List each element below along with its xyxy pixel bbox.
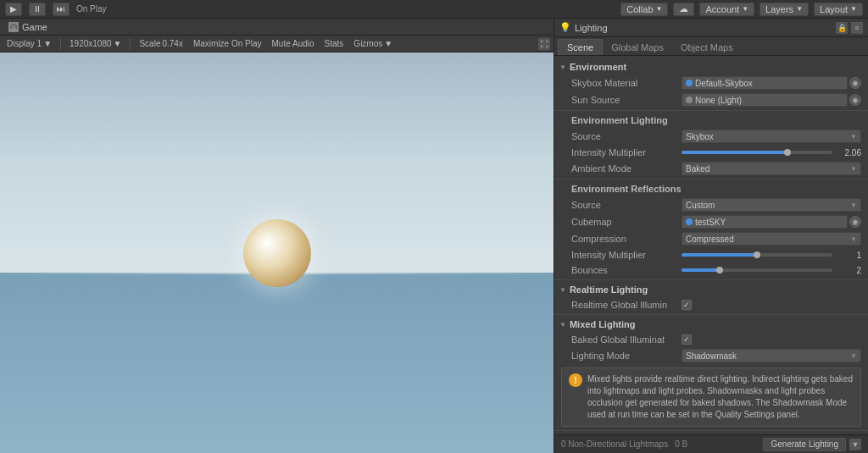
refl-compression-dropdown[interactable]: Compressed ▼	[682, 232, 861, 246]
env-ambient-dropdown[interactable]: Baked ▼	[682, 162, 861, 175]
cloud-btn[interactable]: ☁	[673, 3, 694, 16]
refl-intensity-fill	[682, 253, 757, 257]
expand-button[interactable]: ⛶	[538, 38, 550, 50]
refl-intensity-slider-row: 1	[682, 251, 861, 260]
divider-5	[554, 430, 868, 431]
realtime-section-header[interactable]: ▼ Realtime Lighting	[554, 282, 868, 297]
realtime-global-checkbox-row: ✓	[682, 300, 692, 310]
refl-bounces-thumb[interactable]	[716, 267, 723, 273]
top-bar: ▶ ⏸ ⏭ On Play Collab ▼ ☁ Account ▼ Layer…	[0, 0, 868, 19]
skybox-material-field[interactable]: Default-Skybox	[682, 76, 848, 90]
tab-global-maps[interactable]: Global Maps	[603, 40, 672, 55]
layout-chevron: ▼	[850, 5, 857, 13]
env-ambient-row: Ambient Mode Baked ▼	[554, 160, 868, 177]
game-tab-icon: 🎮	[8, 22, 19, 32]
lock-icon-btn[interactable]: 🔒	[836, 22, 848, 34]
size-text: 0 B	[675, 439, 687, 449]
refl-bounces-track[interactable]	[682, 268, 832, 272]
baked-global-row: Baked Global Illuminat ✓	[554, 332, 868, 347]
env-intensity-track[interactable]	[682, 151, 832, 154]
panel-title: Lighting	[575, 23, 608, 33]
refl-compression-row: Compression Compressed ▼	[554, 230, 868, 247]
refl-compression-label: Compression	[571, 234, 682, 244]
baked-global-label: Baked Global Illuminat	[571, 334, 682, 345]
viewport-content	[0, 52, 554, 453]
baked-global-checkbox[interactable]: ✓	[682, 334, 692, 345]
refl-bounces-value: 2	[682, 266, 861, 275]
refl-bounces-slider-row: 2	[682, 266, 861, 275]
lighting-icon: 💡	[559, 22, 571, 33]
display-selector[interactable]: Display 1 ▼	[3, 39, 55, 48]
env-ambient-arrow: ▼	[850, 165, 857, 173]
layers-dropdown[interactable]: Layers ▼	[760, 3, 809, 16]
mixed-section-header[interactable]: ▼ Mixed Lighting	[554, 317, 868, 332]
realtime-global-row: Realtime Global Illumin ✓	[554, 297, 868, 312]
skybox-material-label: Skybox Material	[571, 78, 682, 88]
collab-dropdown[interactable]: Collab ▼	[620, 3, 668, 16]
lighting-mode-text: Shadowmask	[686, 351, 737, 361]
environment-section-header[interactable]: ▼ Environment	[554, 59, 868, 75]
divider-1	[554, 110, 868, 111]
refl-compression-arrow: ▼	[850, 235, 857, 243]
stats-btn[interactable]: Stats	[321, 39, 348, 48]
mute-audio[interactable]: Mute Audio	[269, 39, 318, 48]
layout-dropdown[interactable]: Layout ▼	[814, 3, 863, 16]
step-button[interactable]: ⏭	[53, 3, 70, 16]
skybox-picker-btn[interactable]: ◉	[849, 77, 861, 89]
sun-source-label: Sun Source	[571, 95, 682, 105]
generate-btn-area: Generate Lighting ▼	[763, 438, 861, 451]
env-source-dropdown[interactable]: Skybox ▼	[682, 130, 861, 143]
layers-chevron: ▼	[796, 5, 803, 13]
game-tab[interactable]: 🎮 Game	[5, 22, 51, 32]
maximize-on-play[interactable]: Maximize On Play	[190, 39, 265, 48]
baked-global-value: ✓	[682, 334, 861, 345]
refl-intensity-number: 1	[836, 251, 861, 260]
realtime-global-value: ✓	[682, 300, 861, 310]
viewport-tab-bar: 🎮 Game	[0, 19, 554, 36]
env-source-value: Skybox ▼	[682, 130, 861, 143]
env-intensity-label: Intensity Multiplier	[571, 147, 682, 157]
cubemap-picker-btn[interactable]: ◉	[849, 216, 861, 228]
refl-source-arrow: ▼	[850, 202, 857, 209]
sun-source-row: Sun Source None (Light) ◉	[554, 91, 868, 108]
mixed-arrow: ▼	[559, 321, 566, 329]
ground-background	[0, 273, 554, 453]
account-dropdown[interactable]: Account ▼	[699, 3, 754, 16]
refl-intensity-track[interactable]	[682, 253, 832, 257]
env-intensity-thumb[interactable]	[784, 149, 791, 156]
realtime-global-checkbox[interactable]: ✓	[682, 300, 692, 310]
realtime-global-label: Realtime Global Illumin	[571, 300, 682, 310]
resolution-selector[interactable]: 1920x1080 ▼	[66, 39, 125, 48]
refl-source-text: Custom	[686, 201, 715, 210]
baked-global-checkbox-row: ✓	[682, 334, 692, 345]
refl-cubemap-field[interactable]: testSKY	[682, 215, 848, 229]
main-area: 🎮 Game Display 1 ▼ 1920x1080 ▼ Scale 0.7…	[0, 19, 868, 453]
env-ambient-label: Ambient Mode	[571, 163, 682, 174]
bottom-bar: 0 Non-Directional Lightmaps 0 B Generate…	[554, 434, 868, 453]
divider-2	[554, 179, 868, 180]
refl-intensity-label: Intensity Multiplier	[571, 250, 682, 260]
play-button[interactable]: ▶	[5, 3, 22, 16]
gizmos-btn[interactable]: Gizmos ▼	[350, 39, 396, 48]
menu-icon-btn[interactable]: ≡	[851, 22, 863, 34]
scale-control[interactable]: Scale 0.74x	[136, 39, 186, 48]
tab-scene[interactable]: Scene	[558, 39, 603, 55]
info-box: ! Mixed lights provide realtime direct l…	[561, 367, 861, 427]
env-intensity-number: 2.06	[836, 148, 861, 157]
sun-source-field[interactable]: None (Light)	[682, 93, 848, 107]
sun-source-text: None (Light)	[695, 96, 742, 105]
generate-options-btn[interactable]: ▼	[849, 439, 861, 450]
refl-bounces-row: Bounces 2	[554, 262, 868, 278]
sun-source-value: None (Light) ◉	[682, 93, 861, 107]
refl-source-dropdown[interactable]: Custom ▼	[682, 198, 861, 212]
env-ambient-text: Baked	[686, 164, 709, 174]
generate-lighting-button[interactable]: Generate Lighting	[763, 438, 846, 451]
environment-arrow: ▼	[559, 64, 566, 71]
sun-picker-btn[interactable]: ◉	[849, 94, 861, 106]
lighting-mode-dropdown[interactable]: Shadowmask ▼	[682, 349, 861, 362]
refl-intensity-thumb[interactable]	[754, 251, 760, 258]
tab-object-maps[interactable]: Object Maps	[672, 40, 742, 55]
pause-button[interactable]: ⏸	[29, 3, 46, 16]
env-lighting-header-row: Environment Lighting	[554, 113, 868, 128]
scale-value: 0.74x	[162, 39, 182, 48]
